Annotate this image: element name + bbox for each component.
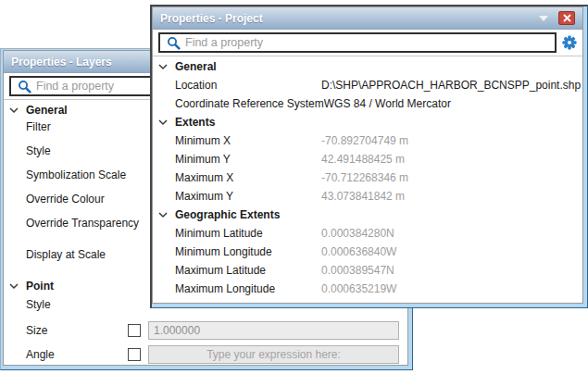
max-latitude-value: 0.000389547N bbox=[321, 264, 582, 277]
property-row-max-y: Maximum Y 43.073841842 m bbox=[153, 187, 582, 206]
desktop-canvas: Properties - Layers bbox=[0, 0, 588, 374]
property-row-crs: Coordinate Reference System WGS 84 / Wor… bbox=[153, 94, 582, 113]
project-panel: Properties - Project bbox=[150, 5, 588, 308]
chevron-down-icon bbox=[158, 118, 168, 126]
project-search-row bbox=[153, 30, 582, 56]
max-y-value: 43.073841842 m bbox=[321, 190, 582, 203]
project-search-box[interactable] bbox=[158, 32, 557, 53]
layers-item-angle: Angle bbox=[4, 344, 407, 365]
search-icon bbox=[18, 80, 31, 94]
min-longitude-value: 0.000636840W bbox=[321, 245, 582, 258]
max-longitude-value: 0.000635219W bbox=[321, 282, 582, 295]
property-row-max-x: Maximum X -70.712268346 m bbox=[153, 168, 582, 187]
chevron-down-icon bbox=[9, 106, 19, 114]
layers-item-size: Size bbox=[4, 320, 407, 341]
chevron-down-icon bbox=[9, 282, 19, 290]
size-override-checkbox[interactable] bbox=[128, 324, 141, 337]
property-row-max-latitude: Maximum Latitude 0.000389547N bbox=[153, 261, 582, 280]
property-row-min-latitude: Minimum Latitude 0.000384280N bbox=[153, 224, 582, 243]
search-icon bbox=[167, 36, 181, 50]
project-titlebar[interactable]: Properties - Project bbox=[153, 7, 582, 30]
angle-override-checkbox[interactable] bbox=[128, 348, 141, 361]
chevron-down-icon bbox=[158, 211, 168, 218]
property-row-min-longitude: Minimum Longitude 0.000636840W bbox=[153, 243, 582, 261]
chevron-down-icon bbox=[158, 63, 168, 70]
max-x-value: -70.712268346 m bbox=[321, 171, 582, 184]
size-value-input[interactable] bbox=[148, 321, 399, 340]
angle-expression-input[interactable] bbox=[148, 345, 399, 364]
project-panel-title: Properties - Project bbox=[160, 12, 536, 25]
gear-icon[interactable] bbox=[562, 35, 577, 50]
project-section-geographic-extents[interactable]: Geographic Extents bbox=[153, 206, 582, 224]
property-row-max-longitude: Maximum Longitude 0.000635219W bbox=[153, 280, 582, 298]
min-x-value: -70.892704749 m bbox=[321, 134, 582, 147]
crs-value: WGS 84 / World Mercator bbox=[324, 97, 582, 110]
chevron-down-icon bbox=[539, 16, 548, 21]
project-property-list: General Location D:\SHP\APPROACH_HARBOR_… bbox=[153, 56, 582, 303]
window-menu-button[interactable] bbox=[536, 12, 551, 25]
property-row-min-y: Minimum Y 42.491488425 m bbox=[153, 150, 582, 168]
property-row-min-x: Minimum X -70.892704749 m bbox=[153, 131, 582, 150]
project-panel-body: Properties - Project bbox=[152, 6, 583, 304]
project-section-extents[interactable]: Extents bbox=[153, 113, 582, 131]
min-y-value: 42.491488425 m bbox=[321, 153, 582, 166]
location-value: D:\SHP\APPROACH_HARBOR_BCNSPP_point.shp bbox=[321, 79, 582, 92]
project-search-input[interactable] bbox=[185, 36, 555, 49]
property-row-location: Location D:\SHP\APPROACH_HARBOR_BCNSPP_p… bbox=[153, 76, 582, 94]
close-icon bbox=[563, 14, 571, 22]
min-latitude-value: 0.000384280N bbox=[321, 227, 582, 240]
close-button[interactable] bbox=[558, 11, 575, 25]
project-section-general[interactable]: General bbox=[153, 57, 582, 76]
